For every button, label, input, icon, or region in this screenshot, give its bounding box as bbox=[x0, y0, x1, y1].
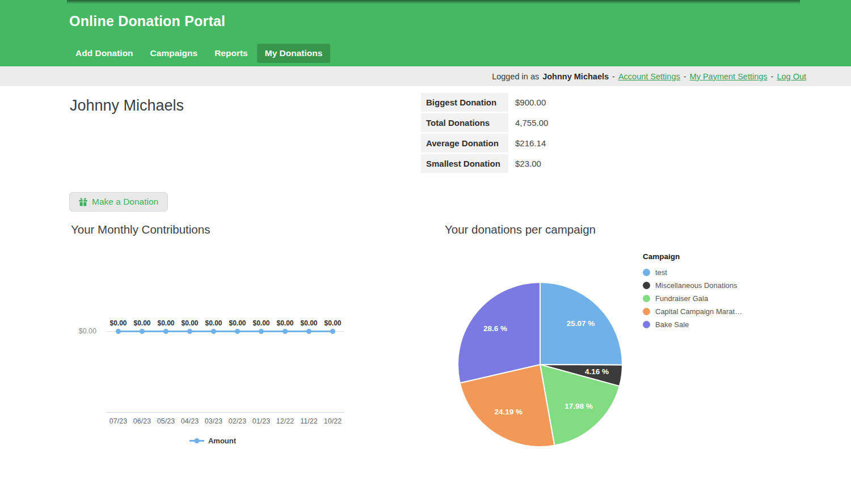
legend-swatch-fundraiser-gala bbox=[643, 295, 650, 302]
pie-percent-label: 17.98 % bbox=[564, 402, 593, 410]
data-point-03-23[interactable] bbox=[211, 329, 216, 334]
line-chart-legend[interactable]: Amount bbox=[74, 437, 352, 445]
monthly-contributions-chart: $0.00$0.0007/23$0.0006/23$0.0005/23$0.00… bbox=[74, 244, 352, 459]
stat-label: Average Donation bbox=[421, 134, 508, 153]
data-point-12-22[interactable] bbox=[283, 329, 288, 334]
stat-value: $900.00 bbox=[508, 93, 546, 112]
legend-swatch-bake-sale bbox=[643, 321, 650, 328]
logged-in-text: Logged in as bbox=[492, 72, 539, 81]
pie-percent-label: 4.16 % bbox=[585, 367, 609, 376]
legend-item-label: Capital Campaign Marat… bbox=[655, 307, 742, 316]
line-chart-title: Your Monthly Contributions bbox=[71, 223, 210, 236]
user-bar: Logged in asJohnny Michaels-Account Sett… bbox=[0, 66, 851, 86]
legend-item-label: Fundraiser Gala bbox=[655, 294, 708, 303]
make-donation-label: Make a Donation bbox=[92, 197, 158, 207]
legend-item-bake-sale[interactable]: Bake Sale bbox=[643, 318, 742, 331]
stat-label: Biggest Donation bbox=[421, 93, 508, 112]
logged-in-username: Johnny Michaels bbox=[542, 72, 609, 81]
legend-swatch-miscellaneous-donations bbox=[643, 282, 650, 289]
legend-series-name: Amount bbox=[208, 437, 236, 445]
legend-item-label: Miscellaneous Donations bbox=[655, 281, 738, 290]
link-log-out[interactable]: Log Out bbox=[777, 72, 806, 81]
data-point-01-23[interactable] bbox=[259, 329, 264, 334]
data-point-07-23[interactable] bbox=[116, 329, 121, 334]
legend-swatch-test bbox=[643, 269, 650, 276]
stat-value: $216.14 bbox=[508, 134, 546, 153]
profile-name: Johnny Michaels bbox=[70, 97, 184, 115]
data-point-02-23[interactable] bbox=[235, 329, 240, 334]
pie-percent-label: 25.07 % bbox=[567, 319, 595, 328]
stat-label: Total Donations bbox=[421, 113, 508, 132]
link-my-payment-settings[interactable]: My Payment Settings bbox=[690, 72, 768, 81]
stat-value: $23.00 bbox=[508, 154, 541, 173]
data-point-05-23[interactable] bbox=[163, 329, 168, 334]
legend-swatch-capital-campaign-marat bbox=[643, 308, 650, 315]
app-header: Online Donation Portal Add DonationCampa… bbox=[0, 0, 851, 66]
x-axis-line bbox=[106, 412, 344, 413]
separator: - bbox=[684, 72, 686, 81]
legend-item-test[interactable]: test bbox=[643, 266, 742, 279]
tab-my-donations[interactable]: My Donations bbox=[257, 44, 331, 63]
tab-add-donation[interactable]: Add Donation bbox=[68, 44, 141, 63]
stats-table: Biggest Donation$900.00Total Donations4,… bbox=[421, 93, 548, 175]
gift-icon bbox=[79, 198, 87, 206]
tab-campaigns[interactable]: Campaigns bbox=[142, 44, 206, 63]
pie-percent-label: 28.6 % bbox=[483, 324, 507, 333]
amount-line-series bbox=[74, 244, 352, 459]
legend-item-label: test bbox=[655, 268, 667, 277]
tab-reports[interactable]: Reports bbox=[207, 44, 256, 63]
stat-row-total-donations: Total Donations4,755.00 bbox=[421, 113, 548, 132]
app-title: Online Donation Portal bbox=[69, 13, 225, 29]
stat-value: 4,755.00 bbox=[508, 113, 548, 132]
pie-chart-title: Your donations per campaign bbox=[445, 223, 596, 236]
pie-legend-title: Campaign bbox=[643, 252, 742, 261]
separator: - bbox=[771, 72, 774, 81]
pie-slice-bake-sale[interactable] bbox=[458, 282, 540, 383]
pie-percent-label: 24.19 % bbox=[495, 408, 523, 416]
stat-row-smallest-donation: Smallest Donation$23.00 bbox=[421, 154, 548, 173]
data-point-04-23[interactable] bbox=[187, 329, 192, 334]
donations-pie-chart: 25.07 %4.16 %17.98 %24.19 %28.6 % bbox=[455, 279, 625, 450]
data-point-11-22[interactable] bbox=[306, 329, 311, 334]
page: Online Donation Portal Add DonationCampa… bbox=[0, 0, 851, 504]
make-donation-button[interactable]: Make a Donation bbox=[69, 192, 168, 211]
data-point-10-22[interactable] bbox=[330, 329, 335, 334]
legend-item-fundraiser-gala[interactable]: Fundraiser Gala bbox=[643, 292, 742, 305]
separator: - bbox=[612, 72, 615, 81]
legend-item-label: Bake Sale bbox=[655, 320, 689, 329]
legend-item-capital-campaign-marat[interactable]: Capital Campaign Marat… bbox=[643, 305, 742, 318]
legend-line-icon bbox=[189, 438, 204, 444]
link-account-settings[interactable]: Account Settings bbox=[618, 72, 680, 81]
legend-item-miscellaneous-donations[interactable]: Miscellaneous Donations bbox=[643, 279, 742, 292]
stat-row-biggest-donation: Biggest Donation$900.00 bbox=[421, 93, 548, 112]
stat-label: Smallest Donation bbox=[421, 154, 508, 173]
data-point-06-23[interactable] bbox=[140, 329, 145, 334]
nav-tabs: Add DonationCampaignsReportsMy Donations bbox=[68, 44, 330, 63]
stat-row-average-donation: Average Donation$216.14 bbox=[421, 134, 548, 153]
pie-campaign-legend: CampaigntestMiscellaneous DonationsFundr… bbox=[643, 252, 742, 331]
